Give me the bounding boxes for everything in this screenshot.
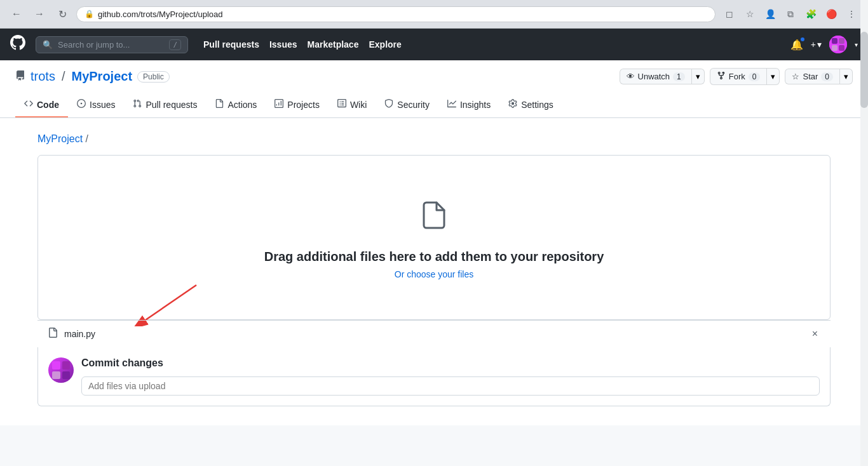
breadcrumb-repo-link[interactable]: MyProject <box>37 133 83 144</box>
tab-code-label: Code <box>37 100 59 110</box>
tab-issues-label: Issues <box>90 100 115 110</box>
scrollbar[interactable] <box>860 0 868 425</box>
address-bar[interactable]: 🔒 github.com/trots/MyProject/upload <box>76 6 715 22</box>
profile-button[interactable]: 🔴 <box>822 5 840 23</box>
star-dropdown[interactable]: ▾ <box>840 69 853 84</box>
tab-code[interactable]: Code <box>15 93 68 117</box>
search-icon: 🔍 <box>43 40 53 50</box>
repo-visibility-badge: Public <box>137 71 170 83</box>
svg-rect-1 <box>832 38 837 44</box>
tab-security-label: Security <box>397 100 430 110</box>
plus-icon: + <box>811 39 816 50</box>
main-nav: Pull requests Issues Marketplace Explore <box>203 39 402 50</box>
notifications-button[interactable]: 🔔 <box>790 39 803 51</box>
tab-issues[interactable]: Issues <box>68 93 124 117</box>
upload-title: Drag additional files here to add them t… <box>264 250 604 264</box>
refresh-button[interactable]: ↻ <box>53 5 71 23</box>
repo-nav: Code Issues Pull requests Actions Projec… <box>15 93 853 117</box>
tab-projects[interactable]: Projects <box>266 93 329 117</box>
wiki-icon <box>337 99 346 110</box>
unwatch-dropdown[interactable]: ▾ <box>692 69 705 84</box>
fork-group: Fork 0 ▾ <box>710 68 780 85</box>
avatar-dropdown-icon: ▾ <box>855 41 858 48</box>
tab-insights[interactable]: Insights <box>438 93 499 117</box>
user-avatar[interactable] <box>829 36 847 53</box>
repo-separator: / <box>62 69 65 84</box>
extensions2-button[interactable]: ⧉ <box>782 5 799 23</box>
unwatch-label: Unwatch <box>638 72 670 81</box>
unwatch-count: 1 <box>673 72 685 81</box>
repo-owner-link[interactable]: trots <box>31 69 55 84</box>
tab-pull-requests[interactable]: Pull requests <box>124 93 206 117</box>
issues-icon <box>77 99 86 110</box>
url-text: github.com/trots/MyProject/upload <box>98 10 223 19</box>
forward-button[interactable]: → <box>31 5 48 23</box>
repo-title-row: trots / MyProject Public 👁 Unwatch 1 ▾ <box>15 68 853 85</box>
upload-drop-zone[interactable]: Drag additional files here to add them t… <box>37 155 831 320</box>
search-bar[interactable]: 🔍 Search or jump to... / <box>36 36 188 53</box>
unwatch-group: 👁 Unwatch 1 ▾ <box>620 69 705 84</box>
tab-wiki[interactable]: Wiki <box>329 93 376 117</box>
insights-icon <box>447 99 456 110</box>
fork-button[interactable]: Fork 0 <box>710 68 768 85</box>
file-section: main.py × Commit changes <box>37 320 831 406</box>
projects-icon <box>275 99 283 110</box>
star-label: Star <box>803 72 818 81</box>
back-button[interactable]: ← <box>8 5 25 23</box>
nav-explore[interactable]: Explore <box>369 39 401 50</box>
commit-section: Commit changes <box>37 347 831 406</box>
account-button[interactable]: 👤 <box>761 5 779 23</box>
star-button[interactable]: ☆ Star 0 <box>785 69 840 84</box>
svg-rect-2 <box>839 38 844 44</box>
new-button[interactable]: + ▾ <box>811 39 822 50</box>
github-logo[interactable] <box>10 35 25 54</box>
lock-icon: 🔒 <box>85 10 94 18</box>
commit-message-input[interactable] <box>81 376 820 396</box>
repo-name-link[interactable]: MyProject <box>71 69 132 84</box>
commit-form: Commit changes <box>81 357 820 396</box>
pr-icon <box>133 99 142 110</box>
commit-section-inner: Commit changes <box>48 357 820 396</box>
unwatch-button[interactable]: 👁 Unwatch 1 <box>620 69 692 84</box>
fork-icon <box>717 71 726 82</box>
file-icon <box>419 196 449 239</box>
nav-pull-requests[interactable]: Pull requests <box>203 39 259 50</box>
browser-chrome: ← → ↻ 🔒 github.com/trots/MyProject/uploa… <box>0 0 868 29</box>
browser-actions: ◻ ☆ 👤 ⧉ 🧩 🔴 ⋮ <box>721 5 860 23</box>
file-remove-button[interactable]: × <box>810 327 820 341</box>
tab-pr-label: Pull requests <box>146 100 197 110</box>
eye-icon: 👁 <box>627 72 635 81</box>
tab-projects-label: Projects <box>287 100 320 110</box>
svg-rect-0 <box>829 36 847 53</box>
scrollbar-thumb[interactable] <box>860 32 868 108</box>
repo-actions: 👁 Unwatch 1 ▾ Fork 0 ▾ <box>620 68 853 85</box>
file-item: main.py × <box>37 320 831 347</box>
fork-label: Fork <box>729 72 745 81</box>
tab-insights-label: Insights <box>460 100 491 110</box>
extensions-button[interactable]: ◻ <box>721 5 738 23</box>
menu-button[interactable]: ⋮ <box>843 5 860 23</box>
tab-actions[interactable]: Actions <box>206 93 266 117</box>
fork-count: 0 <box>749 72 761 81</box>
choose-files-link[interactable]: Or choose your files <box>395 269 474 279</box>
nav-marketplace[interactable]: Marketplace <box>308 39 359 50</box>
nav-issues[interactable]: Issues <box>269 39 297 50</box>
plus-dropdown-icon: ▾ <box>817 39 822 50</box>
star-count: 0 <box>821 72 833 81</box>
security-icon <box>384 99 393 110</box>
main-content: MyProject / Drag additional files here t… <box>27 118 841 422</box>
tab-settings[interactable]: Settings <box>499 93 562 117</box>
search-placeholder: Search or jump to... <box>58 40 130 50</box>
puzzle-button[interactable]: 🧩 <box>802 5 820 23</box>
actions-icon <box>215 99 224 110</box>
commit-title: Commit changes <box>81 357 820 369</box>
tab-security[interactable]: Security <box>376 93 438 117</box>
repo-icon <box>15 70 25 83</box>
bookmark-button[interactable]: ☆ <box>741 5 759 23</box>
github-header: 🔍 Search or jump to... / Pull requests I… <box>0 29 868 60</box>
fork-dropdown[interactable]: ▾ <box>767 68 780 85</box>
breadcrumb: MyProject / <box>37 133 831 145</box>
star-icon: ☆ <box>792 72 799 81</box>
file-item-name: main.py <box>64 329 803 339</box>
header-right: 🔔 + ▾ ▾ <box>790 36 858 53</box>
